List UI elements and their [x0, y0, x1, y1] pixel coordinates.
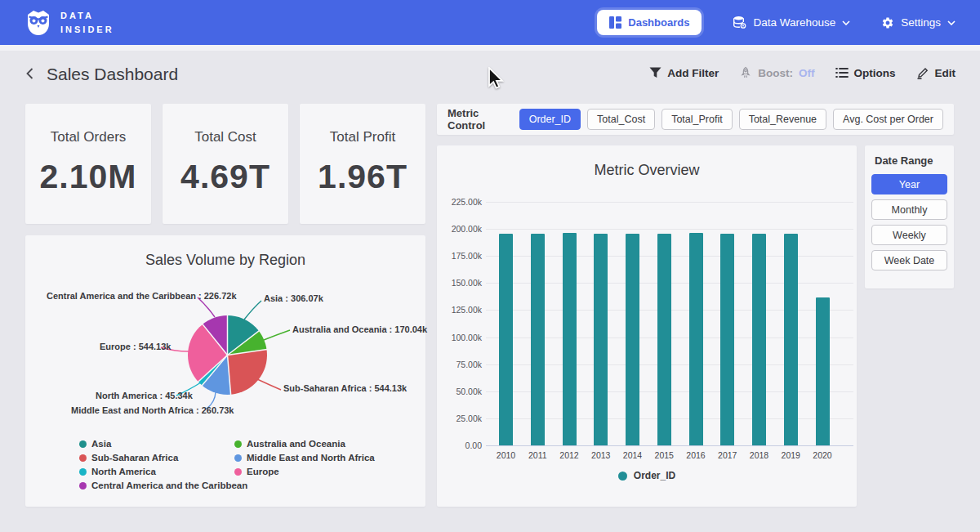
gridline [486, 445, 853, 446]
list-options-icon [835, 67, 849, 78]
bar-2013[interactable] [594, 234, 608, 445]
bar-2010[interactable] [499, 234, 513, 445]
x-axis-tick-label: 2020 [806, 450, 839, 460]
legend-item[interactable]: Middle East and North Africa [234, 453, 375, 463]
navbar-menu: Dashboards Data Warehouse Settings [597, 10, 956, 35]
pie-chart-card: Sales Volume by Region Asia : 306.07kAus… [25, 235, 425, 507]
bar-2016[interactable] [689, 233, 703, 445]
nav-data-warehouse[interactable]: Data Warehouse [733, 16, 850, 29]
date-range-year-button[interactable]: Year [871, 174, 947, 194]
y-axis-tick-label: 100.00k [437, 333, 482, 342]
y-axis-tick-label: 150.00k [437, 278, 482, 288]
legend-item-label: Middle East and North Africa [247, 453, 375, 463]
add-filter-label: Add Filter [667, 67, 719, 79]
legend-dot [79, 482, 87, 490]
kpi-label: Total Profit [300, 129, 425, 145]
brand: DATA INSIDER [24, 9, 114, 37]
legend-dot [79, 468, 87, 476]
x-axis-tick-label: 2014 [617, 450, 649, 460]
nav-settings[interactable]: Settings [881, 16, 956, 29]
pie-chart[interactable] [188, 315, 267, 395]
pie-slice-label: Middle East and North Africa : 260.73k [71, 405, 234, 415]
page-title: Sales Dashboard [47, 65, 178, 84]
nav-dashboards-button[interactable]: Dashboards [597, 10, 702, 35]
metric-option-total-profit[interactable]: Total_Profit [662, 109, 733, 130]
metric-option-total-revenue[interactable]: Total_Revenue [739, 109, 826, 130]
bar-2017[interactable] [720, 234, 734, 445]
date-range-weekly-button[interactable]: Weekly [871, 225, 947, 245]
pie-slice-label: Asia : 306.07k [264, 293, 323, 303]
legend-dot [79, 440, 87, 448]
pie-slice-label: Europe : 544.13k [100, 342, 171, 351]
bar-2015[interactable] [657, 234, 671, 445]
top-navbar: DATA INSIDER Dashboards Data Warehouse [0, 0, 980, 45]
x-axis-tick-label: 2018 [743, 450, 776, 460]
owl-logo-icon [24, 9, 52, 37]
bar-2014[interactable] [626, 234, 639, 445]
options-button[interactable]: Options [835, 67, 896, 79]
bar-chart-legend[interactable]: Order_ID [437, 470, 857, 481]
bar-2019[interactable] [784, 234, 798, 445]
metric-option-avg-cost-per-order[interactable]: Avg. Cost per Order [833, 109, 943, 130]
gridline [486, 202, 853, 203]
date-range-monthly-button[interactable]: Monthly [871, 199, 947, 220]
legend-item[interactable]: North America [79, 467, 156, 476]
y-axis-tick-label: 50.00k [437, 387, 482, 396]
edit-button[interactable]: Edit [916, 66, 956, 79]
pie-slice-label: Sub-Saharan Africa : 544.13k [283, 383, 407, 393]
legend-item[interactable]: Europe [234, 467, 279, 476]
legend-dot [79, 454, 87, 462]
kpi-value: 1.96T [300, 158, 425, 196]
metric-option-order-id[interactable]: Order_ID [519, 109, 581, 130]
bar-chart-title: Metric Overview [437, 162, 857, 179]
x-axis-tick-label: 2012 [553, 450, 586, 460]
bar-2018[interactable] [752, 234, 766, 445]
gridline [486, 229, 853, 230]
brand-line1: DATA [60, 9, 114, 23]
legend-item-label: North America [91, 467, 156, 476]
add-filter-button[interactable]: Add Filter [649, 67, 719, 79]
legend-item[interactable]: Asia [79, 439, 111, 449]
y-axis-tick-label: 200.00k [437, 224, 482, 234]
back-button[interactable] [21, 65, 39, 83]
chevron-down-icon [947, 20, 956, 25]
pie-slice-label: Australia and Oceania : 170.04k [292, 324, 427, 334]
nav-settings-label: Settings [901, 16, 941, 29]
boost-toggle[interactable]: Boost: Off [739, 66, 814, 79]
pie-chart-title: Sales Volume by Region [25, 252, 425, 269]
x-axis-tick-label: 2017 [711, 450, 744, 460]
y-axis-tick-label: 175.00k [437, 251, 482, 261]
kpi-label: Total Orders [25, 129, 151, 145]
legend-item[interactable]: Central America and the Caribbean [79, 481, 247, 490]
bar-2011[interactable] [531, 234, 545, 445]
date-range-week-date-button[interactable]: Week Date [871, 250, 947, 270]
y-axis-tick-label: 25.00k [437, 414, 482, 423]
pie-slice-label: Central America and the Caribbean : 226.… [47, 291, 237, 301]
y-axis-tick-label: 0.00 [437, 440, 482, 450]
y-axis-tick-label: 75.00k [437, 360, 482, 369]
kpi-value: 2.10M [25, 158, 151, 196]
bar-legend-label: Order_ID [634, 470, 675, 481]
kpi-card-total-orders: Total Orders 2.10M [25, 104, 151, 224]
bar-2020[interactable] [816, 297, 830, 445]
chevron-left-icon [24, 67, 37, 80]
legend-dot [618, 472, 627, 481]
legend-item-label: Central America and the Caribbean [91, 481, 247, 490]
boost-value: Off [799, 67, 815, 79]
x-axis-tick-label: 2019 [774, 450, 807, 460]
mouse-cursor [488, 67, 506, 90]
filter-funnel-icon [649, 67, 662, 78]
legend-dot [234, 440, 242, 448]
y-axis-tick-label: 125.00k [437, 305, 482, 315]
header-divider [0, 45, 980, 51]
legend-item[interactable]: Sub-Saharan Africa [79, 453, 178, 463]
bar-2012[interactable] [563, 233, 577, 445]
legend-dot [234, 454, 242, 462]
legend-item-label: Europe [247, 467, 279, 476]
date-range-panel: Date Range Year Monthly Weekly Week Date [865, 145, 954, 288]
x-axis-tick-label: 2011 [521, 450, 554, 460]
edit-label: Edit [935, 67, 956, 79]
legend-item[interactable]: Australia and Oceania [234, 439, 345, 449]
metric-option-total-cost[interactable]: Total_Cost [587, 109, 655, 130]
nav-data-warehouse-label: Data Warehouse [753, 16, 835, 29]
